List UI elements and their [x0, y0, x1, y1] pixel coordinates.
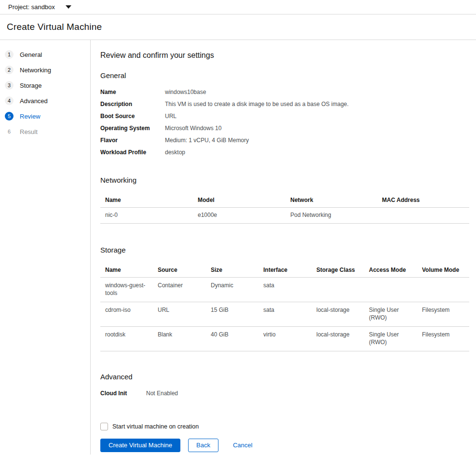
table-cell	[364, 277, 417, 302]
table-cell: Filesystem	[417, 302, 469, 326]
step-number-badge: 4	[5, 96, 14, 105]
table-row: nic-0 e1000e Pod Networking	[100, 208, 469, 224]
table-row: cdrom-iso URL 15 GiB sata local-storage …	[100, 302, 469, 326]
table-cell: e1000e	[193, 208, 286, 224]
column-header: Interface	[258, 262, 312, 278]
column-header: Source	[153, 262, 206, 278]
general-settings-list: Name windows10base Description This VM i…	[100, 86, 469, 159]
start-on-creation-checkbox[interactable]	[100, 423, 108, 430]
table-cell: windows-guest-tools	[100, 277, 153, 302]
column-header: Access Mode	[364, 262, 417, 278]
wizard-step-general[interactable]: 1 General	[0, 47, 90, 62]
step-number-badge: 1	[5, 50, 14, 59]
table-cell: Container	[153, 277, 206, 302]
caret-down-icon	[66, 5, 71, 9]
table-cell: URL	[153, 302, 206, 326]
field-label: Workload Profile	[100, 147, 165, 159]
field-label: Flavor	[100, 134, 165, 147]
table-cell: virtio	[258, 326, 312, 351]
column-header: Name	[100, 192, 193, 208]
step-label: Storage	[20, 82, 42, 89]
project-bar: Project: sandbox	[0, 0, 476, 14]
wizard-step-result: 6 Result	[0, 124, 90, 139]
table-cell: local-storage	[312, 302, 364, 326]
table-cell: local-storage	[312, 326, 364, 351]
table-cell	[377, 208, 469, 224]
start-on-creation-label[interactable]: Start virtual machine on creation	[112, 423, 199, 430]
table-cell: sata	[258, 302, 312, 326]
step-label: Review	[20, 113, 41, 120]
step-label: Advanced	[20, 97, 48, 105]
field-label: Boot Source	[100, 110, 165, 122]
table-cell: rootdisk	[100, 326, 153, 351]
networking-section-heading: Networking	[100, 176, 469, 184]
step-number-badge: 5	[5, 112, 14, 120]
field-value: This VM is used to create a disk image t…	[165, 98, 469, 110]
step-number-badge: 6	[5, 127, 14, 136]
review-panel: Review and confirm your settings General…	[91, 40, 476, 455]
field-label: Operating System	[100, 122, 165, 134]
table-cell: 40 GiB	[206, 326, 258, 351]
advanced-settings-list: Cloud Init Not Enabled	[100, 388, 469, 400]
table-cell: sata	[258, 277, 312, 302]
wizard-footer: Create Virtual Machine Back Cancel	[100, 439, 469, 452]
table-cell: Filesystem	[417, 326, 469, 351]
general-section-heading: General	[100, 71, 469, 80]
field-value: Microsoft Windows 10	[165, 122, 469, 134]
table-cell: cdrom-iso	[100, 302, 153, 326]
table-cell: Single User (RWO)	[364, 326, 417, 351]
field-label: Cloud Init	[100, 388, 146, 400]
column-header: Volume Mode	[417, 262, 469, 278]
table-cell	[417, 277, 469, 302]
table-cell: Pod Networking	[286, 208, 377, 224]
page-header: Create Virtual Machine	[0, 14, 476, 40]
table-header-row: Name Model Network MAC Address	[100, 192, 469, 208]
column-header: Model	[193, 192, 286, 208]
field-value: Medium: 1 vCPU, 4 GiB Memory	[165, 134, 469, 147]
column-header: Size	[206, 262, 258, 278]
table-cell: Single User (RWO)	[364, 302, 417, 326]
field-value: URL	[165, 110, 469, 122]
review-title: Review and confirm your settings	[100, 51, 469, 60]
field-label: Name	[100, 86, 165, 98]
storage-table: Name Source Size Interface Storage Class…	[100, 262, 469, 351]
create-virtual-machine-button[interactable]: Create Virtual Machine	[100, 439, 180, 452]
table-cell	[312, 277, 364, 302]
back-button[interactable]: Back	[188, 439, 218, 452]
wizard-step-networking[interactable]: 2 Networking	[0, 62, 90, 78]
table-cell: Blank	[153, 326, 206, 351]
field-value: Not Enabled	[146, 388, 469, 400]
storage-section-heading: Storage	[100, 246, 469, 254]
wizard-steps-nav: 1 General 2 Networking 3 Storage 4 Advan…	[0, 40, 91, 455]
step-label: Networking	[20, 67, 51, 74]
column-header: MAC Address	[377, 192, 469, 208]
project-selector[interactable]: Project: sandbox	[8, 3, 71, 11]
table-header-row: Name Source Size Interface Storage Class…	[100, 262, 469, 278]
table-row: windows-guest-tools Container Dynamic sa…	[100, 277, 469, 302]
field-value: windows10base	[165, 86, 469, 98]
table-row: rootdisk Blank 40 GiB virtio local-stora…	[100, 326, 469, 351]
table-cell: Dynamic	[206, 277, 258, 302]
wizard-step-advanced[interactable]: 4 Advanced	[0, 93, 90, 108]
column-header: Storage Class	[312, 262, 364, 278]
advanced-section-heading: Advanced	[100, 373, 469, 381]
column-header: Name	[100, 262, 153, 278]
wizard-step-storage[interactable]: 3 Storage	[0, 78, 90, 93]
column-header: Network	[286, 192, 377, 208]
page-title: Create Virtual Machine	[7, 22, 102, 32]
table-cell: 15 GiB	[206, 302, 258, 326]
step-label: Result	[20, 128, 38, 135]
wizard-step-review[interactable]: 5 Review	[0, 108, 90, 124]
field-label: Description	[100, 98, 165, 110]
step-number-badge: 2	[5, 66, 14, 74]
start-on-creation-row: Start virtual machine on creation	[100, 423, 469, 430]
table-cell: nic-0	[100, 208, 193, 224]
cancel-button[interactable]: Cancel	[233, 439, 252, 452]
networking-table: Name Model Network MAC Address nic-0 e10…	[100, 192, 469, 224]
field-value: desktop	[165, 147, 469, 159]
project-selector-label: Project: sandbox	[8, 3, 55, 11]
step-label: General	[20, 51, 42, 58]
step-number-badge: 3	[5, 81, 14, 90]
